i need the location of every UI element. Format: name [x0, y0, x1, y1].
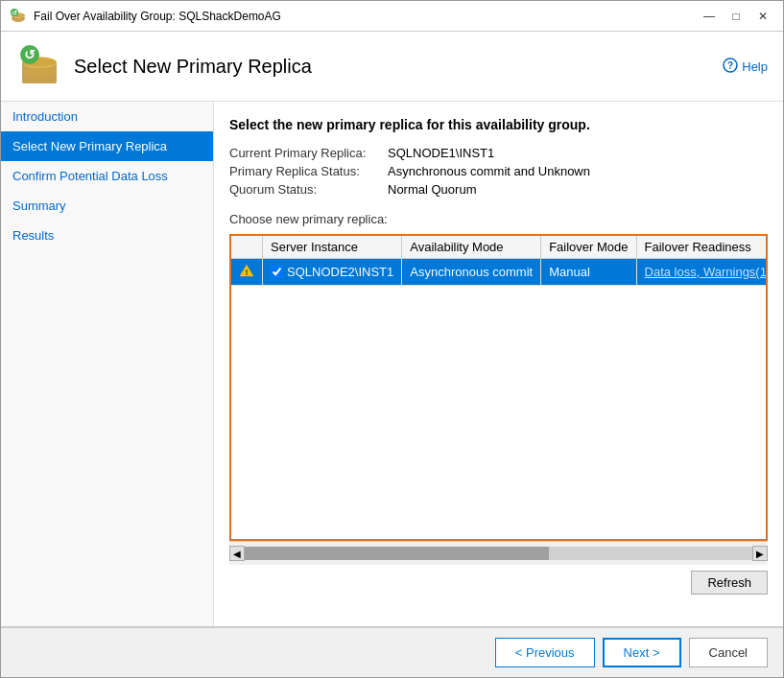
svg-text:?: ?: [727, 60, 733, 71]
sidebar-item-summary[interactable]: Summary: [1, 191, 213, 221]
sidebar-item-results[interactable]: Results: [1, 221, 213, 250]
server-instance-value: SQLNODE2\INST1: [287, 265, 393, 279]
warning-triangle-icon: !: [239, 263, 254, 278]
td-warning-icon: !: [231, 259, 263, 286]
info-row-current-primary: Current Primary Replica: SQLNODE1\INST1: [229, 146, 768, 160]
cancel-button[interactable]: Cancel: [689, 638, 768, 667]
bottom-bar: < Previous Next > Cancel: [1, 626, 783, 677]
svg-text:↺: ↺: [12, 10, 17, 16]
primary-status-label: Primary Replica Status:: [229, 164, 388, 178]
minimize-button[interactable]: —: [697, 7, 722, 26]
td-failover-mode: Manual: [541, 259, 636, 286]
scrollbar-track[interactable]: [245, 547, 752, 560]
scrollbar-thumb[interactable]: [245, 547, 549, 560]
svg-point-8: [22, 67, 57, 77]
window-controls: — □ ✕: [697, 7, 775, 26]
next-button[interactable]: Next >: [603, 638, 681, 667]
scroll-left-button[interactable]: ◀: [229, 546, 245, 561]
th-failover-readiness: Failover Readiness: [636, 236, 768, 259]
app-icon: ↺: [16, 43, 62, 89]
th-server-instance: Server Instance: [263, 236, 402, 259]
quorum-value: Normal Quorum: [388, 182, 476, 197]
failover-readiness-link[interactable]: Data loss, Warnings(1): [645, 265, 768, 279]
previous-button[interactable]: < Previous: [495, 638, 595, 667]
current-primary-label: Current Primary Replica:: [229, 146, 388, 160]
sidebar: Introduction Select New Primary Replica …: [1, 102, 214, 626]
close-button[interactable]: ✕: [750, 7, 775, 26]
sidebar-item-confirm-data-loss[interactable]: Confirm Potential Data Loss: [1, 161, 213, 191]
primary-status-value: Asynchronous commit and Unknown: [388, 164, 590, 178]
sidebar-item-introduction[interactable]: Introduction: [1, 102, 213, 131]
td-failover-readiness: Data loss, Warnings(1): [636, 259, 768, 286]
title-bar: ↺ Fail Over Availability Group: SQLShack…: [1, 1, 783, 32]
th-availability-mode: Availability Mode: [402, 236, 541, 259]
content-title: Select the new primary replica for this …: [229, 117, 768, 132]
td-availability-mode: Asynchronous commit: [402, 259, 541, 286]
info-row-primary-status: Primary Replica Status: Asynchronous com…: [229, 164, 768, 178]
refresh-row: Refresh: [229, 565, 768, 598]
help-icon: ?: [723, 58, 738, 76]
maximize-button[interactable]: □: [724, 7, 748, 26]
svg-text:!: !: [246, 268, 249, 277]
th-warning: [231, 236, 263, 259]
horizontal-scrollbar: ◀ ▶: [229, 541, 768, 565]
replica-table: Server Instance Availability Mode Failov…: [231, 236, 768, 286]
replica-checkbox[interactable]: [271, 266, 283, 278]
app-header: ↺ Select New Primary Replica ? Help: [1, 32, 783, 102]
scroll-right-button[interactable]: ▶: [752, 546, 768, 561]
current-primary-value: SQLNODE1\INST1: [388, 146, 494, 160]
th-failover-mode: Failover Mode: [541, 236, 636, 259]
table-row[interactable]: ! SQLNODE2\INST1 Asynchronous commit Ma: [231, 259, 768, 286]
refresh-button[interactable]: Refresh: [691, 571, 768, 595]
svg-text:↺: ↺: [24, 47, 36, 62]
sidebar-item-select-replica[interactable]: Select New Primary Replica: [1, 131, 213, 161]
help-link[interactable]: ? Help: [723, 58, 768, 76]
page-title: Select New Primary Replica: [74, 56, 312, 78]
table-section-label: Choose new primary replica:: [229, 212, 768, 226]
title-bar-icon: ↺: [9, 7, 28, 26]
replica-table-wrapper: Server Instance Availability Mode Failov…: [229, 234, 768, 541]
quorum-label: Quorum Status:: [229, 182, 388, 197]
td-checkbox: SQLNODE2\INST1: [263, 259, 402, 286]
info-row-quorum: Quorum Status: Normal Quorum: [229, 182, 768, 197]
content-area: Select the new primary replica for this …: [214, 102, 783, 626]
main-content: Introduction Select New Primary Replica …: [1, 102, 783, 626]
main-window: ↺ Fail Over Availability Group: SQLShack…: [0, 0, 784, 678]
table-header-row: Server Instance Availability Mode Failov…: [231, 236, 768, 259]
window-title: Fail Over Availability Group: SQLShackDe…: [34, 10, 697, 23]
